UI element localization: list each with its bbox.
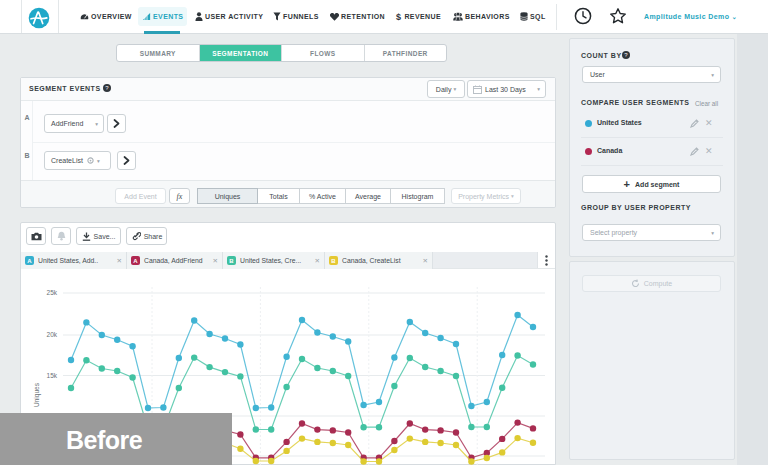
svg-text:25k: 25k bbox=[47, 289, 58, 296]
svg-text:Uniques: Uniques bbox=[33, 382, 41, 407]
svg-text:20k: 20k bbox=[47, 331, 58, 338]
svg-text:15k: 15k bbox=[47, 372, 58, 379]
